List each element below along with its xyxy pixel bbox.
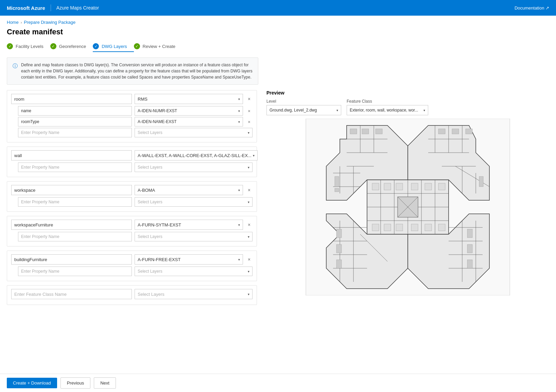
chevron-down-icon: ▾	[238, 120, 240, 124]
step-georeference[interactable]: ✓ Georeference	[50, 40, 93, 52]
prop-layer-select-name[interactable]: A-IDEN-NUMR-EXST ▾	[135, 106, 243, 116]
feature-class-control: Feature Class Exterior, room, wall, work…	[347, 99, 428, 115]
prop-name-input-roomtype[interactable]	[18, 117, 132, 126]
chevron-down-icon: ▾	[238, 97, 240, 101]
layer-select-workspace-furniture[interactable]: A-FURN-SYTM-EXST ▾	[135, 220, 243, 230]
prop-layer-select-empty-workspace[interactable]: Select Layers ▾	[135, 197, 253, 207]
feature-name-input-workspace-furniture[interactable]	[11, 220, 132, 230]
prop-name-input-name[interactable]	[18, 106, 132, 116]
step-dwg-layers[interactable]: ✓ DWG Layers	[93, 40, 134, 52]
feature-class-label: Feature Class	[347, 99, 428, 104]
svg-rect-60	[372, 183, 379, 190]
layer-select-wall[interactable]: A-WALL-EXST, A-WALL-CORE-EXST, A-GLAZ-SI…	[135, 150, 258, 160]
chevron-down-icon: ▾	[248, 200, 249, 204]
info-box: ⓘ Define and map feature classes to DWG …	[7, 57, 258, 85]
feature-class-select[interactable]: Exterior, room, wall, workspace, wor... …	[347, 105, 428, 115]
layer-select-value-workspace-furniture: A-FURN-SYTM-EXST	[138, 222, 237, 227]
remove-prop-name-button[interactable]: ×	[246, 108, 253, 114]
breadcrumb: Home › Prepare Drawing Package	[0, 16, 556, 26]
feature-row-building-furniture: A-FURN-FREE-EXST ▾ ×	[11, 254, 253, 265]
prop-layer-placeholder-room: Select Layers	[138, 130, 246, 135]
level-label: Level	[266, 99, 341, 104]
svg-rect-66	[372, 224, 379, 231]
prop-name-input-empty-workspace-furniture[interactable]	[18, 232, 132, 241]
breadcrumb-current[interactable]: Prepare Drawing Package	[24, 20, 75, 25]
remove-workspace-button[interactable]: ×	[246, 187, 253, 193]
layer-select-building-furniture[interactable]: A-FURN-FREE-EXST ▾	[135, 254, 243, 265]
layer-select-workspace[interactable]: A-BOMA ▾	[135, 185, 243, 195]
prop-layer-select-empty-wall[interactable]: Select Layers ▾	[135, 163, 253, 172]
step-label-review: Review + Create	[143, 44, 175, 49]
level-select[interactable]: Ground.dwg, Level_2.dwg ▾	[266, 105, 341, 115]
prop-layer-select-empty-building-furniture[interactable]: Select Layers ▾	[135, 267, 253, 276]
step-review-create[interactable]: ✓ Review + Create	[134, 40, 182, 52]
feature-name-input-workspace[interactable]	[11, 185, 132, 195]
prop-layer-select-empty-workspace-furniture[interactable]: Select Layers ▾	[135, 232, 253, 241]
svg-rect-55	[336, 244, 342, 253]
prop-name-input-empty-building-furniture[interactable]	[18, 267, 132, 276]
new-feature-class-name-input[interactable]	[11, 289, 132, 299]
level-select-value: Ground.dwg, Level_2.dwg	[270, 108, 335, 113]
remove-prop-roomtype-button[interactable]: ×	[246, 119, 253, 124]
step-check-review: ✓	[134, 43, 140, 49]
feature-row-workspace-furniture: A-FURN-SYTM-EXST ▾ ×	[11, 220, 253, 230]
documentation-link[interactable]: Documentation ↗	[515, 5, 549, 11]
chevron-down-icon: ▾	[238, 223, 240, 227]
svg-rect-71	[438, 224, 445, 231]
info-icon: ⓘ	[13, 62, 18, 80]
remove-room-button[interactable]: ×	[246, 96, 253, 102]
feature-class-select-value: Exterior, room, wall, workspace, wor...	[350, 108, 422, 113]
svg-rect-50	[466, 129, 472, 134]
step-facility-levels[interactable]: ✓ Facility Levels	[7, 40, 50, 52]
svg-rect-61	[384, 183, 391, 190]
layer-select-room[interactable]: RMS ▾	[135, 94, 243, 104]
svg-rect-56	[336, 260, 342, 268]
preview-title: Preview	[266, 90, 549, 96]
step-check-facility: ✓	[7, 43, 13, 49]
prop-name-input-empty-room[interactable]	[18, 128, 132, 137]
step-label-geo: Georeference	[59, 44, 86, 49]
chevron-down-icon: ▾	[253, 154, 255, 157]
prop-name-input-empty-workspace[interactable]	[18, 197, 132, 207]
chevron-down-icon: ▾	[248, 292, 249, 296]
property-row-empty-room: Select Layers ▾	[18, 128, 253, 137]
feature-name-input-room[interactable]	[11, 94, 132, 104]
property-row-empty-workspace: Select Layers ▾	[18, 197, 253, 207]
prop-layer-placeholder-workspace: Select Layers	[138, 200, 246, 204]
prop-layer-select-roomtype[interactable]: A-IDEN-NAME-EXST ▾	[135, 117, 243, 126]
preview-controls: Level Ground.dwg, Level_2.dwg ▾ Feature …	[266, 99, 549, 115]
floor-plan-svg	[266, 119, 549, 295]
feature-row-workspace: A-BOMA ▾ ×	[11, 185, 253, 195]
remove-building-furniture-button[interactable]: ×	[246, 257, 253, 262]
new-feature-row: Select Layers ▾	[11, 289, 253, 299]
prop-layer-value-roomtype: A-IDEN-NAME-EXST	[138, 119, 237, 124]
prop-layer-placeholder-building-furniture: Select Layers	[138, 269, 246, 274]
product-name: Azure Maps Creator	[56, 5, 99, 11]
chevron-down-icon: ▾	[248, 270, 249, 273]
breadcrumb-home[interactable]: Home	[7, 20, 19, 25]
new-feature-layer-select[interactable]: Select Layers ▾	[135, 289, 253, 299]
right-panel: Preview Level Ground.dwg, Level_2.dwg ▾ …	[266, 90, 549, 336]
layer-select-value-workspace: A-BOMA	[138, 188, 237, 193]
prop-layer-select-empty-room[interactable]: Select Layers ▾	[135, 128, 253, 137]
feature-block-room: RMS ▾ × A-IDEN-NUMR-EXST ▾ ×	[7, 90, 257, 142]
feature-name-input-building-furniture[interactable]	[11, 254, 132, 265]
feature-name-input-wall[interactable]	[11, 150, 132, 160]
new-feature-layer-placeholder: Select Layers	[138, 292, 246, 297]
property-row-name: A-IDEN-NUMR-EXST ▾ ×	[18, 106, 253, 116]
svg-rect-65	[438, 183, 445, 190]
floor-plan-preview	[266, 119, 549, 295]
prop-layer-placeholder-wall: Select Layers	[138, 165, 246, 170]
svg-rect-45	[350, 129, 357, 134]
prop-name-input-empty-wall[interactable]	[18, 163, 132, 172]
chevron-down-icon: ▾	[423, 108, 425, 112]
svg-rect-69	[411, 224, 418, 231]
remove-workspace-furniture-button[interactable]: ×	[246, 222, 253, 227]
feature-block-workspace-furniture: A-FURN-SYTM-EXST ▾ × Select Layers ▾	[7, 216, 257, 246]
prop-layer-value-name: A-IDEN-NUMR-EXST	[138, 108, 237, 113]
new-feature-class-block: Select Layers ▾	[7, 285, 257, 305]
breadcrumb-separator: ›	[21, 20, 22, 24]
feature-row-room: RMS ▾ ×	[11, 94, 253, 104]
layer-select-value-building-furniture: A-FURN-FREE-EXST	[138, 257, 237, 262]
property-row-roomtype: A-IDEN-NAME-EXST ▾ ×	[18, 117, 253, 126]
